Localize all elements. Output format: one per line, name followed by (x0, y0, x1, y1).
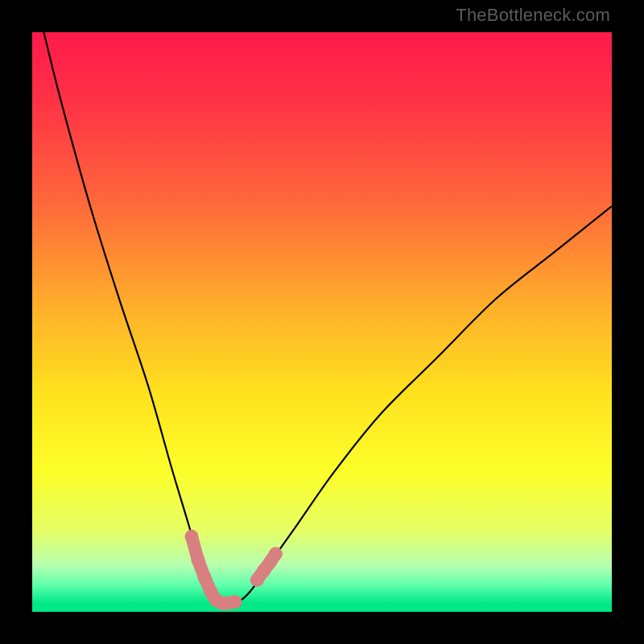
chart-frame: TheBottleneck.com (0, 0, 644, 644)
curve-path (43, 32, 612, 604)
marker-dot (229, 595, 242, 609)
bottleneck-curve (32, 32, 612, 612)
plot-area (32, 32, 612, 612)
markers-group (185, 530, 283, 610)
marker-dot (269, 547, 283, 561)
watermark-text: TheBottleneck.com (456, 5, 610, 26)
marker-dot (197, 570, 211, 584)
marker-dot (191, 553, 204, 567)
marker-dot (185, 530, 199, 543)
